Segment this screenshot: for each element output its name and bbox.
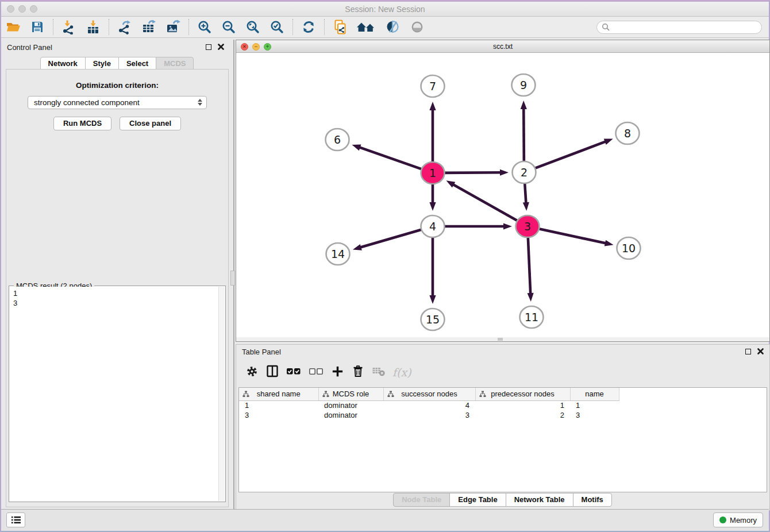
graph-node-label-3: 3	[524, 220, 531, 233]
network-canvas[interactable]: 7968124314101511	[236, 53, 769, 338]
table-row[interactable]: 1dominator 41 1	[239, 400, 767, 410]
float-panel-icon[interactable]	[206, 44, 211, 50]
zoom-in-icon	[197, 20, 212, 34]
delete-table-button[interactable]	[372, 365, 386, 380]
unchecked-boxes-icon	[309, 365, 324, 377]
refresh-icon	[301, 20, 316, 34]
zoom-fit-icon	[245, 20, 260, 34]
edge-4-14[interactable]	[360, 229, 422, 248]
close-panel-button[interactable]: Close panel	[120, 117, 181, 130]
title-bar: Session: New Session	[1, 2, 769, 17]
column-settings-button[interactable]	[245, 365, 259, 380]
import-table-button[interactable]	[83, 18, 103, 36]
zoom-out-button[interactable]	[219, 18, 238, 36]
col-shared-name[interactable]: shared name	[239, 388, 318, 400]
edge-3-11[interactable]	[528, 237, 530, 294]
network-window-titlebar[interactable]: × − + scc.txt	[236, 40, 769, 53]
col-mcds-role[interactable]: MCDS role	[318, 388, 383, 400]
mcds-result-box: MCDS result (2 nodes) 1 3	[9, 286, 226, 502]
tab-motifs[interactable]: Motifs	[573, 493, 612, 507]
edge-3-10[interactable]	[538, 229, 606, 244]
function-builder-button[interactable]: f(x)	[392, 366, 411, 379]
graph-node-label-15: 15	[426, 313, 440, 326]
zoom-selected-button[interactable]	[267, 18, 287, 36]
status-bar: Memory	[1, 509, 769, 531]
split-panel-button[interactable]	[265, 364, 279, 380]
open-file-button[interactable]	[3, 18, 23, 36]
col-predecessor-nodes[interactable]: predecessor nodes	[475, 388, 570, 400]
close-panel-icon[interactable]	[757, 348, 764, 354]
mcds-result-list[interactable]: 1 3	[10, 287, 218, 501]
tab-edge-table[interactable]: Edge Table	[449, 493, 506, 507]
arrowhead-1-4	[429, 202, 436, 211]
panel-divider-handle[interactable]	[230, 271, 235, 286]
task-history-button[interactable]	[6, 512, 25, 527]
import-network-button[interactable]	[59, 18, 79, 36]
tab-network-table[interactable]: Network Table	[506, 493, 573, 507]
edge-3-1[interactable]	[453, 184, 518, 222]
node-table: shared name MCDS role successor nodes pr…	[238, 387, 767, 492]
col-name[interactable]: name	[570, 388, 619, 400]
main-toolbar	[1, 17, 769, 38]
arrowhead-2-3	[523, 202, 529, 211]
edge-2-3[interactable]	[525, 183, 526, 203]
show-graphics-details-button[interactable]	[383, 18, 403, 36]
edge-1-2[interactable]	[443, 172, 501, 173]
application-window: Session: New Session	[0, 0, 770, 532]
trash-icon	[351, 364, 365, 378]
memory-status-icon	[719, 516, 726, 523]
delete-column-button[interactable]	[351, 364, 365, 380]
search-input[interactable]	[596, 21, 762, 34]
eye-icon	[410, 20, 425, 34]
graph-node-label-8: 8	[624, 127, 631, 140]
tab-node-table[interactable]: Node Table	[393, 493, 450, 507]
duplicate-network-button[interactable]	[330, 18, 350, 36]
export-image-icon	[165, 20, 181, 34]
network-hscroll-thumb[interactable]	[498, 338, 503, 341]
arrowhead-3-10	[605, 240, 614, 246]
float-panel-icon[interactable]	[745, 349, 751, 354]
memory-button[interactable]: Memory	[713, 512, 763, 527]
save-session-button[interactable]	[28, 18, 47, 36]
memory-label: Memory	[730, 516, 757, 525]
column-model-icon	[479, 391, 486, 398]
window-title: Session: New Session	[1, 5, 769, 14]
graph-node-label-10: 10	[622, 242, 636, 255]
open-folder-icon	[6, 20, 21, 34]
export-image-button[interactable]	[163, 18, 183, 36]
column-model-icon	[387, 391, 394, 398]
network-hscrollbar[interactable]	[236, 337, 769, 341]
export-network-icon	[117, 20, 132, 34]
mcds-tab-content: Optimization criterion: strongly connect…	[6, 69, 229, 507]
import-table-icon	[86, 20, 101, 34]
result-scrollbar[interactable]	[218, 287, 225, 501]
add-column-button[interactable]	[331, 365, 344, 380]
close-panel-icon[interactable]	[218, 44, 224, 50]
control-panel-title: Control Panel	[7, 43, 52, 52]
graph-node-label-2: 2	[521, 166, 528, 179]
zoom-in-button[interactable]	[195, 18, 214, 36]
graph-node-label-11: 11	[525, 311, 538, 323]
delete-table-icon	[372, 365, 386, 377]
gear-icon	[245, 365, 259, 378]
col-successor-nodes[interactable]: successor nodes	[383, 388, 475, 400]
optimization-criterion-select[interactable]: strongly connected component	[28, 96, 207, 109]
network-title: scc.txt	[236, 43, 769, 51]
run-mcds-button[interactable]: Run MCDS	[53, 117, 111, 130]
birds-eye-view-button[interactable]	[407, 18, 427, 36]
arrowhead-3-11	[528, 293, 534, 302]
export-table-button[interactable]	[139, 18, 159, 36]
edge-2-9[interactable]	[523, 108, 524, 162]
edge-1-6[interactable]	[359, 147, 423, 169]
graphics-details-icon	[386, 20, 401, 34]
unselect-all-columns-button[interactable]	[309, 365, 324, 379]
table-row[interactable]: 3dominator 32 3	[239, 410, 767, 420]
export-network-button[interactable]	[115, 18, 134, 36]
zoom-fit-button[interactable]	[243, 18, 263, 36]
network-graph[interactable]: 7968124314101511	[236, 53, 769, 338]
first-neighbors-button[interactable]	[355, 18, 379, 36]
select-all-columns-button[interactable]	[286, 365, 302, 379]
refresh-button[interactable]	[299, 18, 318, 36]
selected-criterion: strongly connected component	[34, 98, 140, 107]
edge-2-8[interactable]	[534, 141, 606, 169]
